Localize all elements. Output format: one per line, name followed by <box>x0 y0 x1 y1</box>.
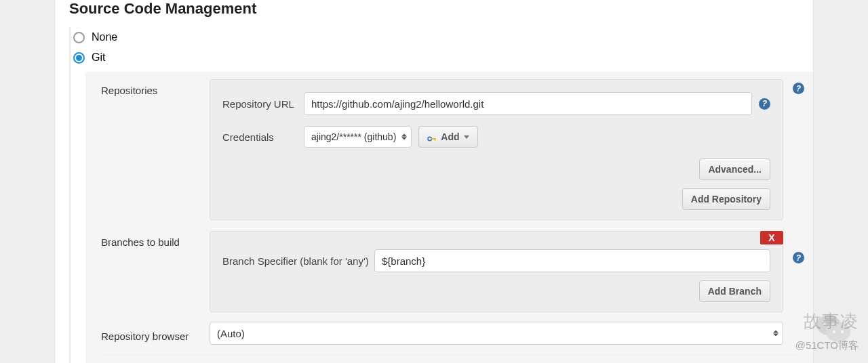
repositories-panel: ? Repository URL ? Credentials ajing2/**… <box>210 79 783 220</box>
add-branch-button[interactable]: Add Branch <box>699 280 770 302</box>
credentials-row: Credentials ajing2/****** (github) Add <box>222 126 770 148</box>
branches-panel: X ? Branch Specifier (blank for 'any') A… <box>210 231 783 312</box>
svg-point-0 <box>428 137 431 141</box>
chevron-down-icon <box>464 135 469 139</box>
git-config-block: Repositories ? Repository URL ? Credenti… <box>85 72 814 363</box>
delete-branch-button[interactable]: X <box>760 231 783 244</box>
repo-browser-value: (Auto) <box>217 328 245 339</box>
repo-url-label: Repository URL <box>222 98 304 110</box>
advanced-button[interactable]: Advanced... <box>699 158 770 180</box>
branch-specifier-row: Branch Specifier (blank for 'any') <box>222 249 770 272</box>
key-icon <box>427 133 437 140</box>
watermark-sub: @51CTO博客 <box>795 339 859 352</box>
scm-option-none[interactable]: None <box>71 27 814 47</box>
radio-icon <box>73 52 85 64</box>
add-branch-label: Add Branch <box>708 286 762 297</box>
scm-option-label: None <box>92 31 117 43</box>
repo-browser-label: Repository browser <box>101 325 210 342</box>
scm-option-label: Git <box>92 51 105 64</box>
scm-options: None Git Repositories ? Repository URL ? <box>69 27 814 363</box>
repo-browser-row: Repository browser (Auto) <box>101 318 783 350</box>
add-credentials-button[interactable]: Add <box>418 126 477 148</box>
repo-url-row: Repository URL ? <box>222 92 770 115</box>
repositories-row: Repositories ? Repository URL ? Credenti… <box>86 74 813 226</box>
add-repository-button[interactable]: Add Repository <box>682 188 770 210</box>
svg-rect-2 <box>435 139 436 141</box>
branch-specifier-label: Branch Specifier (blank for 'any') <box>222 255 374 267</box>
additional-row: .. <box>86 355 813 363</box>
add-repo-label: Add Repository <box>691 194 762 205</box>
advanced-label: Advanced... <box>708 164 762 175</box>
repo-url-input[interactable] <box>304 92 752 115</box>
section-title: Source Code Management <box>54 0 814 27</box>
add-label: Add <box>441 131 459 142</box>
branches-row: Branches to build X ? Branch Specifier (… <box>86 226 813 318</box>
help-icon[interactable]: ? <box>759 98 770 110</box>
branch-specifier-input[interactable] <box>374 249 770 272</box>
credentials-label: Credentials <box>222 131 304 143</box>
repositories-label: Repositories <box>101 79 210 96</box>
help-icon[interactable]: ? <box>793 252 804 263</box>
radio-icon <box>73 32 85 43</box>
repo-browser-select[interactable]: (Auto) <box>210 322 783 345</box>
watermark-name: 故事凌 <box>804 309 859 333</box>
help-icon[interactable]: ? <box>793 83 804 94</box>
credentials-select[interactable]: ajing2/****** (github) <box>304 126 412 148</box>
scm-option-git[interactable]: Git <box>71 47 814 68</box>
credentials-value: ajing2/****** (github) <box>311 131 396 142</box>
branches-label: Branches to build <box>101 231 210 248</box>
updown-icon <box>401 134 407 140</box>
updown-icon <box>773 330 778 337</box>
